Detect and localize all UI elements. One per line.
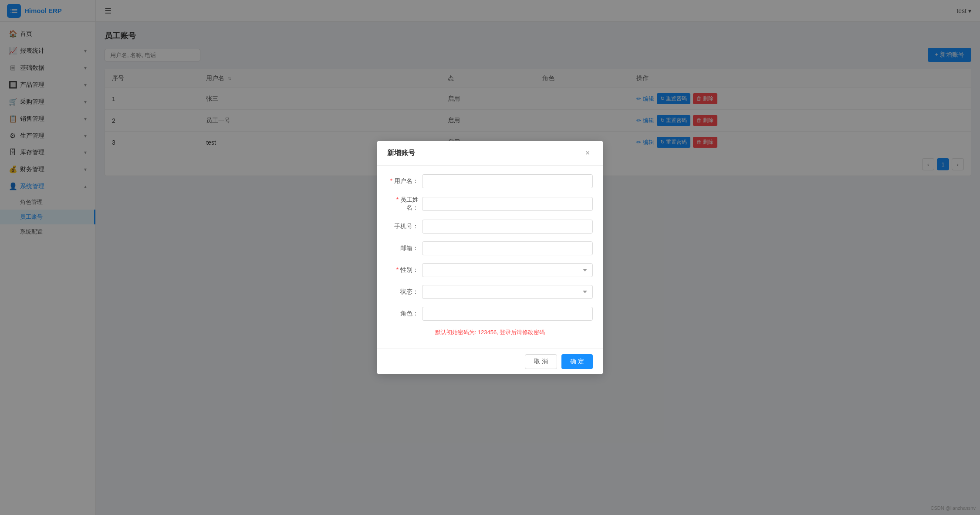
form-item-role: 角色： — [387, 307, 593, 321]
add-account-modal: 新增账号 × 用户名： 员工姓名： 手机号： 邮箱： 性别： — [377, 141, 603, 374]
modal-notice: 默认初始密码为: 123456, 登录后请修改密码 — [387, 329, 593, 336]
status-select[interactable]: 启用 禁用 — [422, 285, 593, 299]
username-field[interactable] — [422, 174, 593, 188]
form-item-status: 状态： 启用 禁用 — [387, 285, 593, 299]
form-label-role: 角色： — [387, 310, 422, 318]
modal-close-button[interactable]: × — [582, 148, 593, 158]
form-item-phone: 手机号： — [387, 220, 593, 234]
form-item-email: 邮箱： — [387, 241, 593, 255]
form-item-employee-name: 员工姓名： — [387, 196, 593, 212]
form-label-employee-name: 员工姓名： — [387, 196, 422, 212]
confirm-button[interactable]: 确 定 — [561, 354, 593, 369]
phone-field[interactable] — [422, 220, 593, 234]
modal-body: 用户名： 员工姓名： 手机号： 邮箱： 性别： 男 女 — [377, 166, 603, 349]
form-label-status: 状态： — [387, 288, 422, 296]
form-item-username: 用户名： — [387, 174, 593, 188]
employee-name-field[interactable] — [422, 197, 593, 211]
modal-title: 新增账号 — [387, 149, 415, 158]
modal-overlay[interactable]: 新增账号 × 用户名： 员工姓名： 手机号： 邮箱： 性别： — [0, 0, 980, 515]
form-label-gender: 性别： — [387, 266, 422, 274]
form-label-phone: 手机号： — [387, 223, 422, 230]
modal-header: 新增账号 × — [377, 141, 603, 166]
form-item-gender: 性别： 男 女 — [387, 263, 593, 277]
form-label-email: 邮箱： — [387, 244, 422, 252]
gender-select[interactable]: 男 女 — [422, 263, 593, 277]
role-field[interactable] — [422, 307, 593, 321]
form-label-username: 用户名： — [387, 177, 422, 185]
email-field[interactable] — [422, 241, 593, 255]
cancel-button[interactable]: 取 消 — [525, 354, 557, 369]
modal-footer: 取 消 确 定 — [377, 349, 603, 374]
